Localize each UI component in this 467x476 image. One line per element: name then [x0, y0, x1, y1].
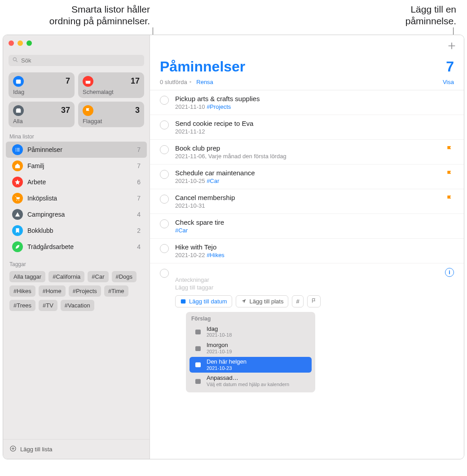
sidebar-list-item[interactable]: Familj 7	[6, 158, 147, 174]
complete-checkbox[interactable]	[160, 244, 169, 253]
new-reminder-title-input[interactable]	[175, 268, 439, 276]
add-date-button[interactable]: Lägg till datum	[175, 295, 232, 307]
add-list-button[interactable]: Lägg till lista	[3, 439, 150, 459]
smart-list-flagged[interactable]: 3 Flaggat	[78, 102, 144, 127]
complete-checkbox[interactable]	[160, 145, 169, 154]
sidebar-list-item[interactable]: Arbete 6	[6, 174, 147, 190]
tag-chip[interactable]: #Dogs	[112, 271, 137, 282]
list-count: 4	[137, 211, 141, 218]
add-tags-placeholder[interactable]: Lägg till taggar	[175, 284, 439, 291]
smart-list-all[interactable]: 37 Alla	[9, 102, 75, 127]
clear-completed-button[interactable]: Rensa	[196, 79, 213, 85]
info-button[interactable]: i	[445, 268, 454, 277]
show-completed-button[interactable]: Visa	[443, 79, 454, 85]
svg-point-0	[13, 58, 16, 61]
sidebar-list-item[interactable]: Trädgårdsarbete 4	[6, 239, 147, 255]
reminder-title: Check spare tire	[175, 218, 454, 226]
complete-checkbox[interactable]	[160, 120, 169, 129]
list-count: 7	[446, 58, 454, 75]
cart-icon	[12, 193, 23, 204]
tag-chip[interactable]: #Vacation	[61, 300, 94, 311]
date-suggestions-popover: Förslag Idag2021-10-18 Imorgon2021-10-19…	[186, 312, 315, 392]
tent-icon	[12, 209, 23, 220]
suggestion-label: Den här helgen	[207, 359, 247, 365]
tag-chip[interactable]: #California	[48, 271, 84, 282]
fullscreen-window-button[interactable]	[26, 40, 32, 46]
smart-list-flagged-label: Flaggat	[83, 118, 140, 125]
date-suggestion-item[interactable]: Den här helgen2021-10-23	[189, 357, 312, 373]
new-reminder-row[interactable]: Anteckningar Lägg till taggar Lägg till …	[150, 263, 464, 397]
suggestion-sublabel: 2021-10-18	[207, 332, 232, 338]
smart-list-scheduled-label: Schemalagt	[83, 89, 140, 95]
reminder-row[interactable]: Cancel membership 2021-10-31	[150, 189, 464, 214]
add-location-button[interactable]: Lägg till plats	[236, 295, 289, 307]
date-suggestion-item[interactable]: Anpassad…Välj ett datum med hjälp av kal…	[189, 373, 312, 389]
hashtag-icon: #	[296, 298, 299, 305]
calendar-icon	[180, 298, 186, 304]
smart-list-scheduled[interactable]: 17 Schemalagt	[78, 72, 144, 98]
bookmark-icon	[12, 225, 23, 236]
smart-list-today-count: 7	[66, 76, 70, 86]
tag-chip[interactable]: #Hikes	[9, 285, 35, 297]
reminder-row[interactable]: Pickup arts & crafts supplies 2021-11-10…	[150, 90, 464, 115]
tag-chip[interactable]: #Car	[88, 271, 108, 282]
search-input[interactable]	[21, 57, 141, 64]
plus-circle-icon	[9, 445, 17, 454]
calendar-icon	[194, 328, 202, 336]
svg-point-5	[16, 148, 17, 149]
flag-icon	[83, 105, 93, 116]
tag-chip[interactable]: #Time	[104, 285, 128, 297]
reminder-row[interactable]: Hike with Tejo 2021-10-22 #Hikes	[150, 239, 464, 263]
complete-checkbox[interactable]	[160, 170, 169, 179]
complete-checkbox[interactable]	[160, 219, 169, 228]
list-count: 4	[137, 243, 141, 250]
search-field[interactable]	[9, 55, 144, 66]
reminder-meta: 2021-10-25 #Car	[175, 178, 440, 184]
tag-chip[interactable]: #Projects	[69, 285, 101, 297]
svg-rect-10	[17, 151, 20, 151]
star-icon	[12, 177, 23, 187]
sidebar-list-item[interactable]: Bokklubb 2	[6, 222, 147, 239]
complete-checkbox[interactable]	[160, 96, 169, 105]
add-flag-button[interactable]	[307, 295, 321, 307]
tag-chip[interactable]: Alla taggar	[9, 271, 45, 282]
svg-point-7	[16, 151, 17, 151]
svg-point-11	[16, 200, 17, 200]
calendar-icon	[194, 360, 202, 369]
add-tag-button[interactable]: #	[292, 295, 303, 307]
tags-header: Taggar	[3, 255, 150, 269]
svg-rect-2	[16, 79, 21, 83]
reminders-window: 7 Idag 17 Schemalagt 37	[3, 35, 464, 459]
date-suggestion-item[interactable]: Imorgon2021-10-19	[189, 340, 312, 356]
tag-chip[interactable]: #TV	[39, 300, 57, 311]
smart-list-all-count: 37	[61, 106, 70, 115]
tag-chip[interactable]: #Trees	[9, 300, 35, 311]
search-icon	[12, 57, 18, 64]
reminder-row[interactable]: Book club prep 2021-11-06, Varje månad d…	[150, 140, 464, 165]
tray-icon	[13, 105, 24, 116]
add-reminder-button[interactable]	[447, 41, 457, 51]
suggestions-header: Förslag	[187, 315, 314, 324]
reminder-row[interactable]: Send cookie recipe to Eva 2021-11-12	[150, 115, 464, 140]
close-window-button[interactable]	[9, 40, 14, 46]
complete-checkbox[interactable]	[160, 195, 169, 204]
svg-point-12	[18, 200, 19, 200]
notes-placeholder[interactable]: Anteckningar	[175, 276, 439, 283]
date-suggestion-item[interactable]: Idag2021-10-18	[189, 324, 312, 340]
sidebar: 7 Idag 17 Schemalagt 37	[3, 35, 150, 459]
suggestion-sublabel: Välj ett datum med hjälp av kalendern	[207, 382, 289, 387]
svg-rect-9	[17, 149, 20, 150]
reminder-row[interactable]: Schedule car maintenance 2021-10-25 #Car	[150, 165, 464, 189]
tag-chip[interactable]: #Home	[39, 285, 66, 297]
minimize-window-button[interactable]	[18, 40, 23, 46]
callout-add-reminder: Lägg till en påminnelse.	[317, 4, 461, 27]
sidebar-list-item[interactable]: Inköpslista 7	[6, 190, 147, 206]
reminder-meta: 2021-11-12	[175, 128, 454, 135]
sidebar-list-item[interactable]: Campingresa 4	[6, 206, 147, 222]
reminder-row[interactable]: Check spare tire #Car	[150, 214, 464, 239]
smart-list-today[interactable]: 7 Idag	[9, 72, 75, 98]
calendar-icon	[194, 344, 202, 352]
smart-list-flagged-count: 3	[135, 106, 140, 115]
complete-checkbox[interactable]	[160, 269, 169, 278]
sidebar-list-item[interactable]: Påminnelser 7	[6, 142, 147, 158]
